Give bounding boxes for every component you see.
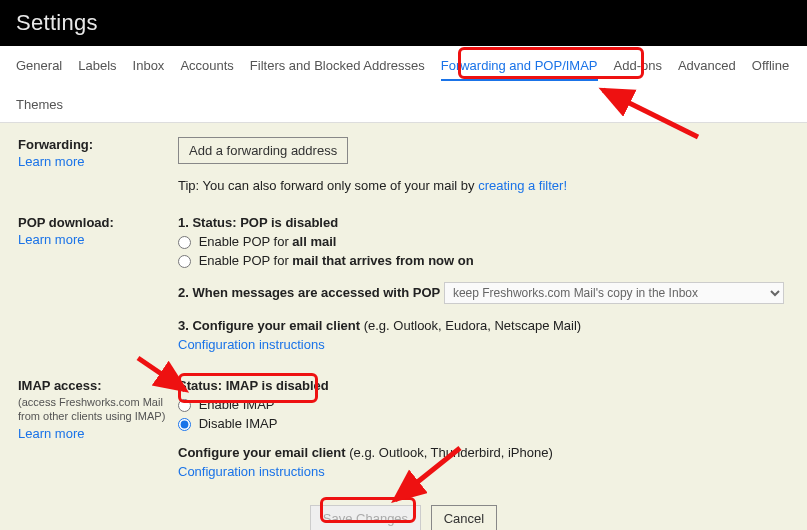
pop-step3-bold: 3. Configure your email client xyxy=(178,318,360,333)
tab-themes[interactable]: Themes xyxy=(16,97,63,118)
forwarding-tip: Tip: You can also forward only some of y… xyxy=(178,178,789,193)
imap-enable-radio[interactable] xyxy=(178,399,191,412)
imap-sublabel: (access Freshworks.com Mail from other c… xyxy=(18,395,170,424)
tab-inbox[interactable]: Inbox xyxy=(133,58,165,81)
pop-enable-new-bold: mail that arrives from now on xyxy=(292,253,473,268)
pop-label: POP download: xyxy=(18,215,170,230)
imap-label: IMAP access: xyxy=(18,378,170,393)
imap-disable-row[interactable]: Disable IMAP xyxy=(178,416,789,431)
imap-enable-text: Enable IMAP xyxy=(199,397,275,412)
pop-enable-all-row[interactable]: Enable POP for all mail xyxy=(178,234,789,249)
add-forwarding-address-button[interactable]: Add a forwarding address xyxy=(178,137,348,164)
imap-section: IMAP access: (access Freshworks.com Mail… xyxy=(18,378,789,483)
tab-advanced[interactable]: Advanced xyxy=(678,58,736,81)
tab-accounts[interactable]: Accounts xyxy=(180,58,233,81)
forwarding-tip-text: Tip: You can also forward only some of y… xyxy=(178,178,478,193)
pop-enable-new-text: Enable POP for xyxy=(199,253,293,268)
tab-general[interactable]: General xyxy=(16,58,62,81)
imap-config-rest: (e.g. Outlook, Thunderbird, iPhone) xyxy=(346,445,553,460)
tab-addons[interactable]: Add-ons xyxy=(614,58,662,81)
save-changes-button[interactable]: Save Changes xyxy=(310,505,421,530)
pop-enable-all-radio[interactable] xyxy=(178,236,191,249)
pop-learn-more-link[interactable]: Learn more xyxy=(18,232,84,247)
imap-learn-more-link[interactable]: Learn more xyxy=(18,426,84,441)
page-title: Settings xyxy=(0,0,807,46)
pop-enable-new-row[interactable]: Enable POP for mail that arrives from no… xyxy=(178,253,789,268)
create-filter-link[interactable]: creating a filter! xyxy=(478,178,567,193)
tab-filters[interactable]: Filters and Blocked Addresses xyxy=(250,58,425,81)
pop-enable-all-text: Enable POP for xyxy=(199,234,293,249)
imap-status: Status: IMAP is disabled xyxy=(178,378,789,393)
cancel-button[interactable]: Cancel xyxy=(431,505,497,530)
pop-step3-rest: (e.g. Outlook, Eudora, Netscape Mail) xyxy=(360,318,581,333)
pop-enable-new-radio[interactable] xyxy=(178,255,191,268)
settings-tabs: General Labels Inbox Accounts Filters an… xyxy=(0,46,807,123)
footer-buttons: Save Changes Cancel xyxy=(18,491,789,530)
imap-config-instructions-link[interactable]: Configuration instructions xyxy=(178,464,325,479)
imap-disable-text: Disable IMAP xyxy=(199,416,278,431)
tab-forwarding-pop-imap[interactable]: Forwarding and POP/IMAP xyxy=(441,58,598,81)
imap-enable-row[interactable]: Enable IMAP xyxy=(178,397,789,412)
tab-offline[interactable]: Offline xyxy=(752,58,789,81)
pop-status: 1. Status: POP is disabled xyxy=(178,215,789,230)
pop-section: POP download: Learn more 1. Status: POP … xyxy=(18,215,789,356)
pop-config-instructions-link[interactable]: Configuration instructions xyxy=(178,337,325,352)
forwarding-section: Forwarding: Learn more Add a forwarding … xyxy=(18,137,789,193)
forwarding-learn-more-link[interactable]: Learn more xyxy=(18,154,84,169)
pop-step2-label: 2. When messages are accessed with POP xyxy=(178,285,440,300)
pop-enable-all-bold: all mail xyxy=(292,234,336,249)
imap-disable-radio[interactable] xyxy=(178,418,191,431)
tab-labels[interactable]: Labels xyxy=(78,58,116,81)
imap-config-bold: Configure your email client xyxy=(178,445,346,460)
pop-action-select[interactable]: keep Freshworks.com Mail's copy in the I… xyxy=(444,282,784,304)
forwarding-label: Forwarding: xyxy=(18,137,170,152)
